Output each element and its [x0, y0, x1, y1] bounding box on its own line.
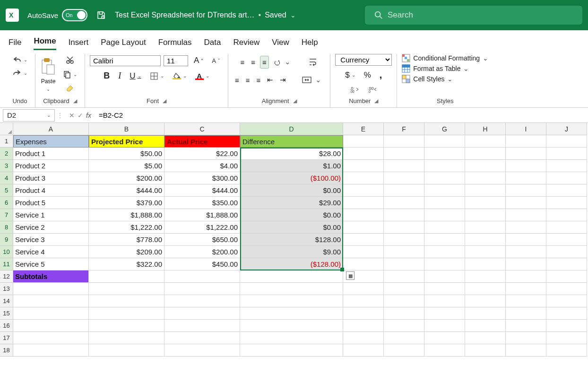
- cell[interactable]: [164, 332, 240, 344]
- cell[interactable]: [546, 283, 587, 295]
- enter-formula-icon[interactable]: ✓: [78, 112, 83, 119]
- select-all-corner[interactable]: [0, 123, 13, 135]
- cell[interactable]: [343, 320, 384, 332]
- cell[interactable]: [89, 344, 164, 357]
- cell[interactable]: [240, 307, 343, 320]
- row-header-17[interactable]: 17: [0, 332, 13, 344]
- cell[interactable]: [506, 209, 546, 221]
- row-header-12[interactable]: 12: [0, 270, 13, 283]
- cell[interactable]: $50.00: [89, 148, 164, 160]
- cell[interactable]: [343, 172, 384, 184]
- wrap-text-button[interactable]: [307, 56, 320, 68]
- cell[interactable]: [343, 209, 384, 221]
- cell[interactable]: $444.00: [164, 184, 240, 197]
- cell[interactable]: $29.00: [240, 197, 343, 209]
- cell[interactable]: [506, 172, 546, 184]
- cell[interactable]: [465, 270, 506, 283]
- cell[interactable]: [506, 344, 546, 357]
- cell[interactable]: [424, 344, 465, 357]
- col-header-I[interactable]: I: [506, 123, 546, 135]
- cell[interactable]: [89, 320, 164, 332]
- cell[interactable]: Actual Price: [164, 135, 240, 148]
- cell[interactable]: [465, 221, 506, 234]
- cell[interactable]: [465, 258, 506, 270]
- increase-font-button[interactable]: A˄: [191, 54, 206, 67]
- row-header-6[interactable]: 6: [0, 197, 13, 209]
- name-box[interactable]: D2⌄: [3, 109, 55, 122]
- document-title[interactable]: Test Excel Spreadsheet for DTrends art… …: [115, 11, 296, 19]
- cell[interactable]: [240, 332, 343, 344]
- cell[interactable]: [506, 307, 546, 320]
- formula-input[interactable]: [95, 111, 588, 119]
- cell[interactable]: [546, 197, 587, 209]
- cell[interactable]: [89, 270, 164, 283]
- cell[interactable]: [424, 332, 465, 344]
- tab-page-layout[interactable]: Page Layout: [101, 35, 146, 50]
- cell[interactable]: [465, 295, 506, 307]
- increase-decimal-button[interactable]: .0.00: [347, 84, 362, 95]
- cell[interactable]: [546, 160, 587, 172]
- cell[interactable]: Service 1: [13, 209, 89, 221]
- cell[interactable]: [89, 332, 164, 344]
- cell[interactable]: [384, 172, 424, 184]
- tab-data[interactable]: Data: [204, 35, 221, 50]
- cell[interactable]: [384, 197, 424, 209]
- cell[interactable]: [164, 320, 240, 332]
- cell[interactable]: $1.00: [240, 160, 343, 172]
- row-header-11[interactable]: 11: [0, 258, 13, 270]
- spreadsheet-grid[interactable]: 123456789101112131415161718 ABCDEFGHIJ ▦…: [0, 123, 588, 357]
- cell[interactable]: [384, 184, 424, 197]
- align-bottom-button[interactable]: ≡: [260, 56, 269, 69]
- clipboard-dialog-launcher[interactable]: ◢: [73, 98, 77, 104]
- row-header-18[interactable]: 18: [0, 344, 13, 357]
- number-format-select[interactable]: Currency: [335, 54, 392, 66]
- cell[interactable]: [424, 320, 465, 332]
- cell[interactable]: [343, 246, 384, 258]
- conditional-formatting-button[interactable]: Conditional Formatting⌄: [402, 54, 488, 62]
- cell[interactable]: [465, 160, 506, 172]
- cell[interactable]: [384, 148, 424, 160]
- paste-dropdown[interactable]: ⌄: [46, 87, 50, 92]
- fill-color-button[interactable]: ⌄: [170, 71, 190, 81]
- cell[interactable]: [465, 184, 506, 197]
- cell[interactable]: [343, 332, 384, 344]
- cell[interactable]: $1,888.00: [164, 209, 240, 221]
- cell[interactable]: [465, 332, 506, 344]
- cell[interactable]: Projected Price: [89, 135, 164, 148]
- align-right-button[interactable]: ≡: [255, 74, 263, 86]
- cell[interactable]: [343, 344, 384, 357]
- cell[interactable]: [240, 283, 343, 295]
- autofill-options-icon[interactable]: ▦: [346, 271, 355, 280]
- cell[interactable]: [506, 160, 546, 172]
- cell[interactable]: [506, 197, 546, 209]
- cell[interactable]: Product 3: [13, 172, 89, 184]
- row-header-16[interactable]: 16: [0, 320, 13, 332]
- cell[interactable]: $0.00: [240, 209, 343, 221]
- cell[interactable]: $778.00: [89, 234, 164, 246]
- cell[interactable]: [546, 332, 587, 344]
- row-header-1[interactable]: 1: [0, 135, 13, 148]
- cell[interactable]: [164, 283, 240, 295]
- cell[interactable]: [546, 320, 587, 332]
- cell[interactable]: ($128.00): [240, 258, 343, 270]
- orientation-button[interactable]: ⭯⌄: [272, 54, 294, 70]
- increase-indent-button[interactable]: ⇥: [278, 74, 288, 86]
- format-painter-button[interactable]: [60, 82, 80, 95]
- row-header-14[interactable]: 14: [0, 295, 13, 307]
- cell[interactable]: [424, 246, 465, 258]
- cell[interactable]: $1,222.00: [164, 221, 240, 234]
- col-header-H[interactable]: H: [465, 123, 506, 135]
- cell[interactable]: [546, 344, 587, 357]
- cell[interactable]: [506, 148, 546, 160]
- cell[interactable]: [465, 197, 506, 209]
- cell[interactable]: [424, 295, 465, 307]
- align-middle-button[interactable]: ≡: [249, 56, 257, 68]
- redo-button[interactable]: ⌄: [9, 67, 30, 78]
- font-dialog-launcher[interactable]: ◢: [163, 98, 166, 104]
- cell[interactable]: [546, 184, 587, 197]
- chevron-down-icon[interactable]: ⌄: [290, 11, 296, 19]
- cell[interactable]: [164, 344, 240, 357]
- cell[interactable]: $444.00: [89, 184, 164, 197]
- alignment-dialog-launcher[interactable]: ◢: [293, 98, 297, 104]
- cell[interactable]: [424, 283, 465, 295]
